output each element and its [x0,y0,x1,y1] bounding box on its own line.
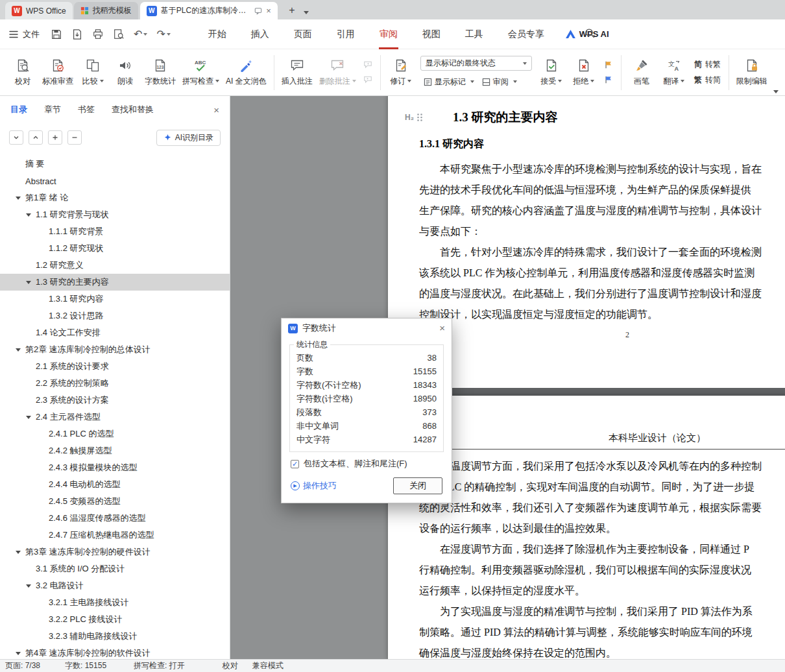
toc-item[interactable]: 2.4.1 PLC 的选型 [0,426,230,442]
toc-expand-arrow[interactable] [16,197,21,200]
toc-item[interactable]: 1.1.2 研究现状 [0,240,230,257]
brush-button[interactable]: 画笔 [625,52,658,93]
toc-item[interactable]: 3.2.3 辅助电路接线设计 [0,628,230,645]
dialog-title-bar[interactable]: W 字数统计 [282,318,452,338]
tab-tools[interactable]: 工具 [453,19,496,49]
toc-expand-arrow[interactable] [16,348,21,352]
close-sidebar-icon[interactable] [213,105,219,115]
file-menu-button[interactable]: 文件 [0,29,47,40]
tab-home[interactable]: 开始 [196,19,239,49]
expand-all-button[interactable] [9,130,23,145]
redo-icon[interactable]: ↷ [153,26,173,43]
tab-view[interactable]: 视图 [410,19,453,49]
zoom-out-button[interactable] [67,130,82,145]
sidebar-tab-bookmarks[interactable]: 书签 [78,104,95,115]
wps-office-tab[interactable]: W WPS Office [5,2,73,19]
toc-item[interactable]: 3.1 系统的 I/O 分配设计 [0,560,230,577]
word-count-button[interactable]: 123 字数统计 [141,52,179,93]
collapse-all-button[interactable] [29,130,43,145]
compare-button[interactable]: 比较 [77,52,109,93]
close-tab-icon[interactable] [266,6,271,15]
reject-button[interactable]: 拒绝 [568,52,600,93]
to-simplified-button[interactable]: 繁 转简 [694,75,721,86]
tab-list-dropdown-icon[interactable] [304,11,309,14]
toc-expand-arrow[interactable] [26,213,31,217]
print-icon[interactable] [89,26,107,43]
accept-button[interactable]: 接受 [535,52,568,93]
save-icon[interactable] [47,26,66,43]
insert-comment-button[interactable]: 插入批注 [278,52,316,93]
toc-item[interactable]: 3.2.1 主电路接线设计 [0,594,230,611]
toc-item[interactable]: 2.4.6 温湿度传感器的选型 [0,510,230,527]
toc-item[interactable]: 第2章 速冻库制冷控制的总体设计 [0,341,230,358]
toc-expand-arrow[interactable] [16,551,21,554]
ai-polish-button[interactable]: AI 全文润色 [223,52,270,93]
next-revision-icon[interactable] [603,75,614,85]
spell-check-button[interactable]: ABC 拼写检查 [179,52,223,93]
track-changes-button[interactable]: 修订 [385,52,417,93]
dialog-close-icon[interactable] [439,323,445,333]
collapse-ribbon-icon[interactable] [773,90,779,93]
tips-link[interactable]: 操作技巧 [291,480,337,492]
tab-page[interactable]: 页面 [282,19,324,49]
toc-item[interactable]: 2.3 系统的设计方案 [0,392,230,409]
status-proofread[interactable]: 校对 [223,660,238,671]
search-icon[interactable] [584,27,596,39]
review-pane-button[interactable]: 审阅 [479,75,520,89]
checkbox-checked-icon[interactable] [291,460,299,468]
export-icon[interactable] [68,26,86,43]
toc-item[interactable]: 摘 要 [0,156,230,173]
to-traditional-button[interactable]: 简 转繁 [694,59,721,70]
undo-icon[interactable]: ↶ [130,26,151,43]
print-preview-icon[interactable] [110,26,128,43]
read-aloud-button[interactable]: 朗读 [109,52,141,93]
toc-expand-arrow[interactable] [26,281,31,284]
markup-state-select[interactable]: 显示标记的最终状态 [420,56,532,71]
toc-item[interactable]: 第4章 速冻库制冷控制的软件设计 [0,645,230,659]
toc-item[interactable]: 2.4.4 电动机的选型 [0,476,230,493]
toc-item[interactable]: 2.4.7 压缩机热继电器的选型 [0,527,230,544]
show-markup-button[interactable]: 显示标记 [420,75,477,89]
toc-item[interactable]: 第3章 速冻库制冷控制的硬件设计 [0,544,230,560]
toc-item[interactable]: 1.2 研究意义 [0,257,230,274]
tab-review[interactable]: 审阅 [367,19,410,49]
toc-item[interactable]: 2.1 系统的设计要求 [0,358,230,375]
document-tab[interactable]: W 基于PLC的速冻库制冷控制系... [140,2,278,19]
toc-item[interactable]: 2.4.2 触摸屏选型 [0,442,230,459]
tab-reference[interactable]: 引用 [324,19,367,49]
sidebar-tab-find-replace[interactable]: 查找和替换 [112,104,154,115]
sidebar-tab-toc[interactable]: 目录 [10,104,27,115]
translate-button[interactable]: 文A 翻译 [658,52,690,93]
toc-item[interactable]: 3.2 电路设计 [0,577,230,594]
toc-expand-arrow[interactable] [26,416,31,419]
toc-item[interactable]: 2.4.3 模拟量模块的选型 [0,459,230,476]
toc-expand-arrow[interactable] [16,652,21,655]
toc-item[interactable]: 3.2.2 PLC 接线设计 [0,611,230,628]
toc-item[interactable]: 第1章 绪 论 [0,189,230,206]
new-tab-button[interactable] [284,3,300,18]
toc-item[interactable]: 1.1 研究背景与现状 [0,206,230,223]
tab-member[interactable]: 会员专享 [496,19,557,49]
toc-item[interactable]: 2.2 系统的控制策略 [0,375,230,392]
restrict-edit-button[interactable]: 限制编辑 [733,52,771,93]
close-button[interactable]: 关闭 [393,477,442,494]
toc-item[interactable]: 2.4.5 变频器的选型 [0,493,230,510]
previous-revision-icon[interactable] [603,60,614,70]
template-tab[interactable]: 找稻壳模板 [74,2,138,19]
toc-item[interactable]: 1.3.2 设计思路 [0,307,230,324]
include-footnotes-checkbox[interactable]: 包括文本框、脚注和尾注(F) [291,458,442,470]
proofread-button[interactable]: 校对 [6,52,39,93]
toc-expand-arrow[interactable] [26,584,31,588]
toc-item-selected[interactable]: 1.3 研究的主要内容 [0,274,230,291]
ai-recognize-toc-button[interactable]: AI识别目录 [156,130,221,146]
status-compatibility-mode[interactable]: 兼容模式 [252,660,284,671]
sidebar-tab-chapters[interactable]: 章节 [44,104,61,115]
standard-review-button[interactable]: 标准审查 [39,52,77,93]
heading-level-handle[interactable]: H₂ [405,113,423,122]
toc-item[interactable]: 2.4 主元器件选型 [0,409,230,426]
toc-item[interactable]: 1.4 论文工作安排 [0,324,230,341]
status-spell-check[interactable]: 拼写检查: 打开 [134,660,185,671]
tab-insert[interactable]: 插入 [239,19,282,49]
toc-item[interactable]: Abstract [0,173,230,189]
status-word-count[interactable]: 字数: 15155 [65,660,106,671]
